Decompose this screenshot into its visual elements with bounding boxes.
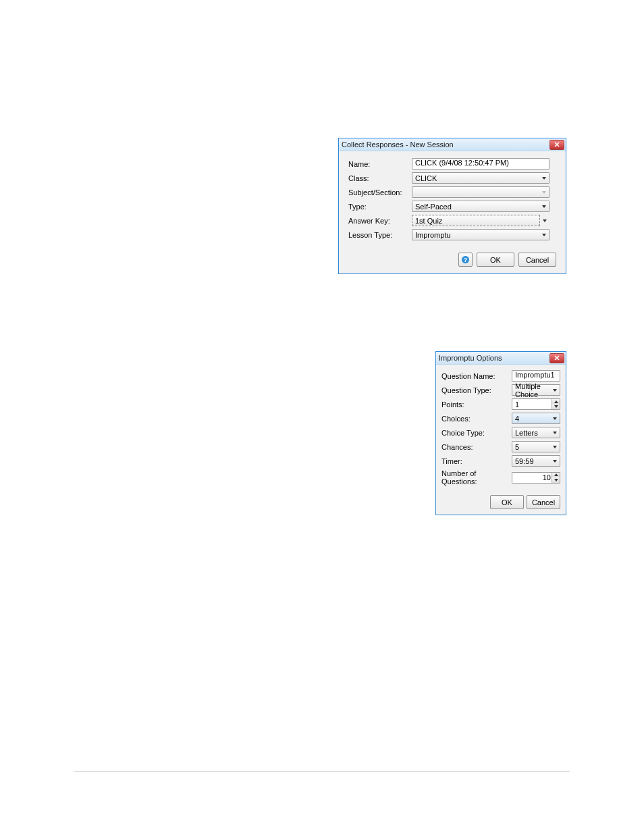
- row-qname: Question Name: Impromptu1: [441, 370, 560, 382]
- name-value: CLICK (9/4/08 12:50:47 PM): [415, 159, 509, 167]
- label-qtype: Question Type:: [441, 386, 512, 394]
- class-value: CLICK: [415, 174, 437, 182]
- chevron-down-icon: [552, 444, 558, 450]
- ok-button[interactable]: OK: [477, 253, 514, 267]
- label-answerkey: Answer Key:: [348, 217, 412, 225]
- label-choicetype: Choice Type:: [441, 429, 512, 437]
- name-input[interactable]: CLICK (9/4/08 12:50:47 PM): [412, 158, 549, 170]
- dialog-body: Name: CLICK (9/4/08 12:50:47 PM) Class: …: [339, 151, 566, 273]
- cancel-button[interactable]: Cancel: [518, 253, 556, 267]
- qtype-value: Multiple Choice: [515, 382, 557, 398]
- timer-value: 59:59: [515, 457, 534, 465]
- points-value: 1: [515, 400, 519, 409]
- row-chances: Chances: 5: [441, 441, 560, 452]
- chevron-down-icon: [552, 459, 558, 464]
- page-divider: [74, 771, 570, 772]
- dialog-titlebar: Collect Responses - New Session: [339, 138, 566, 151]
- lessontype-value: Impromptu: [415, 231, 451, 239]
- qname-value: Impromptu1: [515, 371, 555, 379]
- type-value: Self-Paced: [415, 203, 452, 211]
- row-qtype: Question Type: Multiple Choice: [441, 384, 560, 396]
- label-points: Points:: [441, 400, 512, 409]
- spinner-down[interactable]: [552, 405, 560, 410]
- choices-select[interactable]: 4: [512, 413, 560, 424]
- svg-text:?: ?: [464, 257, 468, 263]
- chevron-down-icon: [541, 232, 547, 238]
- class-select[interactable]: CLICK: [412, 172, 549, 184]
- answerkey-value: 1st Quiz: [415, 217, 442, 225]
- chevron-down-icon: [552, 416, 558, 421]
- spinner-up[interactable]: [552, 399, 560, 405]
- qtype-select[interactable]: Multiple Choice: [512, 384, 560, 396]
- lessontype-select[interactable]: Impromptu: [412, 229, 549, 240]
- ok-button[interactable]: OK: [490, 495, 524, 509]
- row-subject: Subject/Section:: [348, 186, 556, 198]
- close-button[interactable]: [549, 140, 564, 150]
- label-type: Type:: [348, 203, 412, 211]
- chevron-down-icon: [541, 190, 547, 195]
- dialog-titlebar: Impromptu Options: [436, 352, 566, 365]
- dialog-button-bar: ? OK Cancel: [348, 243, 556, 267]
- row-timer: Timer: 59:59: [441, 455, 560, 467]
- close-icon: [554, 355, 560, 361]
- label-name: Name:: [348, 160, 412, 168]
- row-class: Class: CLICK: [348, 172, 556, 184]
- help-button[interactable]: ?: [458, 253, 473, 267]
- label-numq: Number of Questions:: [441, 469, 512, 486]
- label-qname: Question Name:: [441, 372, 512, 380]
- type-select[interactable]: Self-Paced: [412, 201, 549, 212]
- help-icon: ?: [461, 255, 470, 264]
- spinner-down[interactable]: [552, 477, 560, 483]
- chances-value: 5: [515, 443, 519, 451]
- dialog-button-bar: OK Cancel: [441, 488, 560, 509]
- chevron-down-icon: [552, 430, 558, 436]
- label-choices: Choices:: [441, 415, 512, 423]
- collect-responses-dialog: Collect Responses - New Session Name: CL…: [338, 138, 566, 274]
- impromptu-options-dialog: Impromptu Options Question Name: Impromp…: [435, 351, 566, 515]
- row-points: Points: 1: [441, 398, 560, 410]
- subject-select[interactable]: [412, 186, 549, 198]
- label-lessontype: Lesson Type:: [348, 231, 412, 239]
- answerkey-button[interactable]: 1st Quiz: [412, 215, 540, 226]
- dialog-body: Question Name: Impromptu1 Question Type:…: [436, 365, 566, 515]
- close-button[interactable]: [549, 353, 564, 363]
- dialog-title: Collect Responses - New Session: [342, 140, 549, 149]
- timer-select[interactable]: 59:59: [512, 455, 560, 467]
- chances-select[interactable]: 5: [512, 441, 560, 452]
- choicetype-value: Letters: [515, 429, 538, 437]
- numq-value: 10: [515, 473, 552, 481]
- choicetype-select[interactable]: Letters: [512, 427, 560, 438]
- label-chances: Chances:: [441, 443, 512, 451]
- spinner-buttons[interactable]: [552, 473, 560, 483]
- spinner-up[interactable]: [552, 473, 560, 478]
- row-lessontype: Lesson Type: Impromptu: [348, 229, 556, 240]
- answerkey-dropdown[interactable]: [540, 218, 549, 224]
- spinner-buttons[interactable]: [552, 399, 560, 409]
- numq-spinner[interactable]: 10: [512, 472, 560, 484]
- row-numq: Number of Questions: 10: [441, 469, 560, 486]
- close-icon: [554, 142, 560, 147]
- chevron-down-icon: [552, 388, 558, 393]
- choices-value: 4: [515, 415, 519, 423]
- chevron-down-icon: [541, 204, 547, 209]
- label-class: Class:: [348, 174, 412, 182]
- label-timer: Timer:: [441, 457, 512, 465]
- points-spinner[interactable]: 1: [512, 398, 560, 410]
- chevron-down-icon: [541, 176, 547, 181]
- row-choicetype: Choice Type: Letters: [441, 427, 560, 438]
- dialog-title: Impromptu Options: [439, 354, 549, 362]
- row-type: Type: Self-Paced: [348, 201, 556, 212]
- row-answerkey: Answer Key: 1st Quiz: [348, 215, 556, 226]
- label-subject: Subject/Section:: [348, 188, 412, 197]
- row-choices: Choices: 4: [441, 413, 560, 424]
- qname-input[interactable]: Impromptu1: [512, 370, 560, 382]
- cancel-button[interactable]: Cancel: [527, 495, 560, 509]
- row-name: Name: CLICK (9/4/08 12:50:47 PM): [348, 158, 556, 170]
